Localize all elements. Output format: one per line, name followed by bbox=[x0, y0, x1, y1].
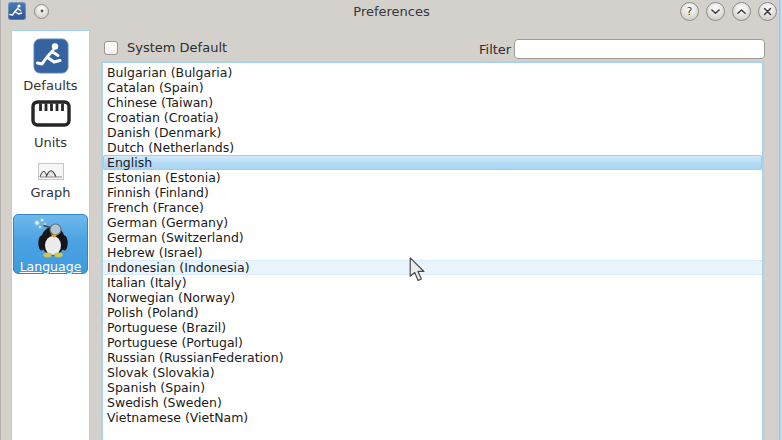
filter-input[interactable] bbox=[514, 39, 765, 59]
system-default-label[interactable]: System Default bbox=[127, 40, 227, 55]
language-list-item[interactable]: Finnish (Finland) bbox=[103, 185, 762, 200]
help-button[interactable]: ? bbox=[680, 2, 699, 21]
sidebar-item-units[interactable] bbox=[12, 100, 89, 127]
profile-graph-icon bbox=[38, 163, 64, 180]
sidebar-item-graph[interactable] bbox=[12, 163, 89, 180]
shade-button[interactable] bbox=[706, 2, 725, 21]
language-list-item[interactable]: Dutch (Netherlands) bbox=[103, 140, 762, 155]
close-button[interactable] bbox=[758, 2, 777, 21]
tux-penguin-icon bbox=[31, 216, 71, 258]
sidebar-item-language[interactable]: Language bbox=[13, 214, 88, 274]
chevron-down-icon bbox=[707, 2, 724, 21]
language-list-item[interactable]: Swedish (Sweden) bbox=[103, 395, 762, 410]
language-list-item[interactable]: Slovak (Slovakia) bbox=[103, 365, 762, 380]
sidebar-item-defaults[interactable] bbox=[12, 38, 89, 74]
language-list-item[interactable]: Hebrew (Israel) bbox=[103, 245, 762, 260]
filter-label: Filter bbox=[479, 42, 511, 57]
system-default-checkbox[interactable] bbox=[104, 41, 118, 55]
diver-icon bbox=[33, 38, 69, 74]
language-list-item[interactable]: German (Germany) bbox=[103, 215, 762, 230]
sidebar-item-graph-label[interactable]: Graph bbox=[12, 185, 89, 200]
language-list-item[interactable]: Spanish (Spain) bbox=[103, 380, 762, 395]
sidebar-item-language-label[interactable]: Language bbox=[14, 259, 87, 274]
system-default-checkbox-row: System Default bbox=[104, 40, 227, 55]
window-title: Preferences bbox=[1, 4, 782, 19]
language-list-item[interactable]: Russian (RussianFederation) bbox=[103, 350, 762, 365]
language-list-item[interactable]: Chinese (Taiwan) bbox=[103, 95, 762, 110]
language-list-item[interactable]: Norwegian (Norway) bbox=[103, 290, 762, 305]
language-list-item[interactable]: German (Switzerland) bbox=[103, 230, 762, 245]
language-list: Bulgarian (Bulgaria)Catalan (Spain)Chine… bbox=[101, 61, 764, 440]
language-list-item[interactable]: French (France) bbox=[103, 200, 762, 215]
unshade-button[interactable] bbox=[732, 2, 751, 21]
language-list-item[interactable]: Portuguese (Brazil) bbox=[103, 320, 762, 335]
preferences-category-list: Defaults Units Graph bbox=[11, 30, 90, 440]
language-list-item[interactable]: Vietnamese (VietNam) bbox=[103, 410, 762, 425]
titlebar[interactable]: Preferences ? bbox=[1, 0, 782, 24]
chevron-up-icon bbox=[733, 2, 750, 21]
question-mark-icon: ? bbox=[687, 6, 693, 17]
sidebar-item-units-label[interactable]: Units bbox=[12, 135, 89, 150]
language-list-item[interactable]: Italian (Italy) bbox=[103, 275, 762, 290]
language-list-item[interactable]: Bulgarian (Bulgaria) bbox=[103, 65, 762, 80]
close-x-icon bbox=[759, 2, 776, 21]
language-list-item[interactable]: Polish (Poland) bbox=[103, 305, 762, 320]
preferences-window: { "window": { "title": "Preferences", "a… bbox=[0, 0, 782, 440]
language-list-item[interactable]: English bbox=[103, 155, 762, 170]
language-list-item[interactable]: Indonesian (Indonesia) bbox=[103, 260, 762, 275]
language-list-item[interactable]: Portuguese (Portugal) bbox=[103, 335, 762, 350]
sidebar-item-defaults-label[interactable]: Defaults bbox=[12, 78, 89, 93]
language-list-item[interactable]: Estonian (Estonia) bbox=[103, 170, 762, 185]
language-list-item[interactable]: Catalan (Spain) bbox=[103, 80, 762, 95]
ruler-icon bbox=[31, 100, 71, 127]
language-list-item[interactable]: Danish (Denmark) bbox=[103, 125, 762, 140]
language-list-item[interactable]: Croatian (Croatia) bbox=[103, 110, 762, 125]
